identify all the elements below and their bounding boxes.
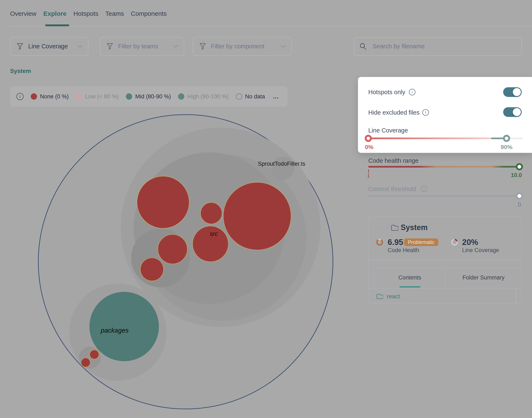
legend-more-button[interactable]: ... (273, 93, 279, 100)
line-coverage-slider-label: Line Coverage (368, 127, 408, 134)
system-panel: ← / System 6.95 Problematic Code Health … (368, 216, 522, 303)
filter-teams-dropdown[interactable]: Filter by teams (100, 37, 184, 56)
line-coverage-min-handle[interactable] (365, 135, 372, 142)
panel-divider (369, 260, 521, 260)
info-icon[interactable] (421, 186, 427, 192)
legend-item-low[interactable]: Low (< 80 %) (76, 93, 119, 100)
chevron-down-icon (281, 45, 286, 48)
legend-bar: None (0 %) Low (< 80 %) Mid (80-90 %) Hi… (10, 86, 288, 107)
folder-icon (391, 224, 398, 231)
filter-teams-label: Filter by teams (118, 43, 158, 50)
hide-excluded-toggle[interactable] (503, 107, 522, 117)
funnel-icon (107, 43, 113, 50)
code-health-metric-label: Code Health (388, 247, 419, 254)
tab-components[interactable]: Components (131, 10, 167, 17)
hotspot-circle[interactable] (81, 358, 90, 367)
filter-metric-label: Line Coverage (28, 43, 68, 50)
legend-item-high[interactable]: High (90-100 %) (178, 93, 229, 100)
line-coverage-max-value: 90% (501, 144, 512, 151)
line-coverage-track-selected[interactable] (368, 138, 491, 139)
tab-explore[interactable]: Explore (43, 10, 67, 17)
legend-dot-none (31, 93, 37, 100)
commit-threshold-track[interactable] (368, 195, 522, 197)
line-coverage-donut (451, 239, 458, 245)
hide-excluded-label: Hide excluded files (368, 109, 419, 116)
line-coverage-max-handle[interactable] (503, 135, 510, 142)
info-icon[interactable] (16, 93, 24, 100)
list-scrollbar[interactable] (516, 289, 516, 303)
tab-teams[interactable]: Teams (105, 10, 124, 17)
tab-overview[interactable]: Overview (10, 10, 36, 17)
page-title: System (10, 68, 31, 74)
code-health-donut (376, 239, 383, 245)
code-health-min-value: 1 (367, 173, 370, 179)
panel-divider (369, 288, 521, 289)
line-coverage-metric-label: Line Coverage (462, 247, 499, 254)
hotspot-circle[interactable] (223, 182, 291, 250)
code-health-range-label: Code health range (368, 157, 419, 164)
toggle-knob (513, 88, 521, 96)
legend-item-none[interactable]: None (0 %) (31, 93, 69, 100)
breadcrumb-separator: / (386, 224, 388, 232)
list-item-react[interactable]: react (387, 293, 400, 300)
legend-dot-low (76, 93, 82, 100)
hotspot-circle[interactable] (140, 258, 164, 281)
legend-dot-mid (126, 93, 132, 100)
commit-threshold-label: Commit threshold (368, 186, 416, 193)
funnel-icon (199, 43, 206, 50)
hotspots-only-label: Hotspots only (368, 89, 405, 96)
search-box[interactable] (354, 37, 522, 56)
filter-component-dropdown[interactable]: Filter by component (193, 37, 292, 56)
nav-divider (10, 26, 532, 26)
bubble-chart[interactable]: SproutTodoFilter.tssrcpackages (0, 0, 532, 418)
hotspot-circle[interactable] (137, 176, 189, 228)
back-button[interactable]: ← (375, 223, 383, 232)
legend-item-mid[interactable]: Mid (80-90 %) (126, 93, 171, 100)
info-icon[interactable] (409, 89, 415, 95)
bubble-label: SproutTodoFilter.ts (258, 161, 305, 167)
code-health-max-value: 10.0 (507, 172, 522, 178)
filters-spotlight-card: Hotspots only Hide excluded files Line C… (358, 77, 532, 153)
legend-dot-nodata (236, 93, 242, 100)
system-panel-title: System (401, 223, 428, 232)
hotspots-only-toggle[interactable] (503, 87, 522, 97)
line-coverage-min-value: 0% (365, 144, 373, 151)
file-circle-sprouttodofilter[interactable] (272, 157, 294, 180)
top-nav: Overview Explore Hotspots Teams Componen… (10, 10, 167, 17)
line-coverage-value: 20% (462, 238, 478, 247)
funnel-icon (17, 43, 23, 50)
toggle-knob (513, 108, 521, 116)
hotspot-circle[interactable] (158, 234, 187, 264)
code-health-value: 6.95 (388, 238, 403, 247)
filter-metric-dropdown[interactable]: Line Coverage (10, 37, 88, 56)
code-health-range-track[interactable] (368, 166, 522, 168)
commit-threshold-handle[interactable] (516, 192, 523, 199)
explore-page: SproutTodoFilter.tssrcpackages Overview … (0, 0, 532, 418)
search-icon (359, 43, 367, 50)
tab-contents[interactable]: Contents (374, 268, 445, 287)
folder-circle-packages[interactable] (89, 292, 159, 361)
hotspot-circle[interactable] (201, 202, 222, 224)
active-panel-tab-indicator (399, 286, 421, 288)
bubble-label: packages (101, 327, 129, 334)
hotspot-circle[interactable] (90, 350, 99, 359)
tab-hotspots[interactable]: Hotspots (73, 10, 98, 17)
commit-threshold-value: 0 (511, 201, 521, 208)
legend-dot-high (178, 93, 184, 100)
filter-component-label: Filter by component (211, 43, 265, 50)
code-health-range-handle[interactable] (516, 163, 523, 170)
chevron-down-icon (173, 45, 178, 48)
info-icon[interactable] (422, 109, 429, 116)
code-health-min-tick (368, 169, 369, 173)
status-badge: Problematic (404, 238, 438, 246)
chevron-down-icon (77, 45, 83, 48)
bubble-label: src (210, 231, 218, 237)
tab-folder-summary[interactable]: Folder Summary (445, 268, 522, 287)
search-input[interactable] (373, 43, 516, 50)
folder-icon (376, 293, 383, 299)
active-tab-indicator (45, 24, 69, 26)
legend-item-nodata[interactable]: No data (236, 93, 265, 100)
